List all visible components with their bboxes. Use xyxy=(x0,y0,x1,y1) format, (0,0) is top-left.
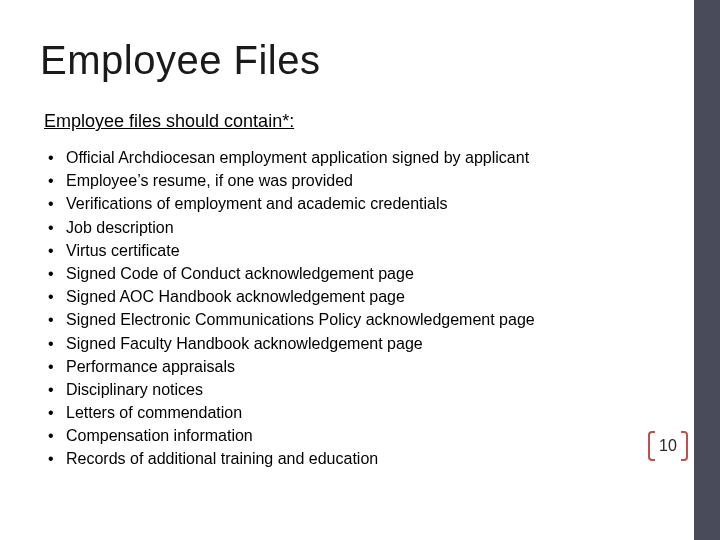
list-item: Official Archdiocesan employment applica… xyxy=(44,146,680,169)
page-title: Employee Files xyxy=(40,38,680,83)
page-number-badge: 10 xyxy=(648,430,688,462)
list-item: Employee’s resume, if one was provided xyxy=(44,169,680,192)
section-subtitle: Employee files should contain*: xyxy=(44,111,680,132)
list-item: Virtus certificate xyxy=(44,239,680,262)
list-item: Performance appraisals xyxy=(44,355,680,378)
list-item: Records of additional training and educa… xyxy=(44,447,680,470)
page-number: 10 xyxy=(655,437,681,455)
list-item: Verifications of employment and academic… xyxy=(44,192,680,215)
slide: Employee Files Employee files should con… xyxy=(0,0,720,540)
bracket-left-icon xyxy=(648,431,655,461)
list-item: Job description xyxy=(44,216,680,239)
list-item: Signed Faculty Handbook acknowledgement … xyxy=(44,332,680,355)
list-item: Letters of commendation xyxy=(44,401,680,424)
list-item: Signed Electronic Communications Policy … xyxy=(44,308,680,331)
bracket-right-icon xyxy=(681,431,688,461)
list-item: Disciplinary notices xyxy=(44,378,680,401)
list-item: Signed AOC Handbook acknowledgement page xyxy=(44,285,680,308)
list-item: Signed Code of Conduct acknowledgement p… xyxy=(44,262,680,285)
bullet-list: Official Archdiocesan employment applica… xyxy=(44,146,680,471)
list-item: Compensation information xyxy=(44,424,680,447)
sidebar-decoration xyxy=(694,0,720,540)
